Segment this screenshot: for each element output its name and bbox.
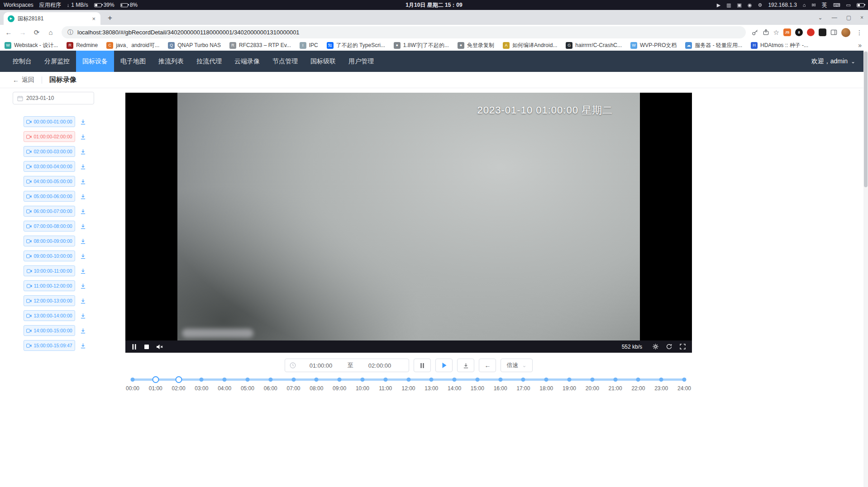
bookmark-item[interactable]: 知 了不起的 TypeScri... <box>327 42 385 49</box>
record-segment-button[interactable]: 10:00:00-11:00:00 <box>24 265 75 276</box>
forward-nav-icon[interactable]: → <box>18 28 28 36</box>
player-refresh-icon[interactable] <box>666 344 672 350</box>
tools-icon[interactable]: ⚙ <box>758 3 763 8</box>
browser-home-icon[interactable]: ⌂ <box>46 28 56 36</box>
timeline-dot[interactable] <box>636 378 640 382</box>
record-segment-button[interactable]: 15:00:00-15:09:47 <box>24 340 75 351</box>
record-icon[interactable]: ◉ <box>748 3 752 8</box>
timeline-dot[interactable] <box>291 378 296 382</box>
record-segment-button[interactable]: 02:00:00-03:00:00 <box>24 146 75 157</box>
password-key-icon[interactable] <box>752 29 758 36</box>
bookmark-item[interactable]: R Redmine <box>67 42 98 49</box>
timeline-dot[interactable] <box>383 378 387 382</box>
nav-tab[interactable]: 用户管理 <box>342 51 380 72</box>
download-icon[interactable] <box>80 343 86 349</box>
bookmarks-overflow-icon[interactable]: » <box>856 42 863 49</box>
nav-tab[interactable]: 国标级联 <box>304 51 342 72</box>
extension-icon[interactable]: JS <box>783 28 791 36</box>
nav-tab[interactable]: 节点管理 <box>266 51 304 72</box>
browser-tab[interactable]: ▶ 国标28181 × <box>4 12 100 25</box>
applications-button[interactable]: 应用程序 <box>39 1 61 9</box>
window-maximize-button[interactable]: ▢ <box>846 14 851 21</box>
bookmark-item[interactable]: W Webstack - 设计... <box>5 42 58 49</box>
seek-back-button[interactable]: ← <box>479 359 496 372</box>
timeline-dot[interactable] <box>659 378 663 382</box>
download-icon[interactable] <box>80 298 86 304</box>
video-player[interactable]: 2023-01-10 01:00:00 星期二 552 kb/s <box>125 93 692 353</box>
time-range-input[interactable]: 01:00:00 至 02:00:00 <box>285 359 409 372</box>
nav-tab[interactable]: 国标设备 <box>76 51 114 72</box>
record-segment-button[interactable]: 00:00:00-01:00:00 <box>24 116 75 127</box>
end-time-value[interactable]: 02:00:00 <box>355 362 404 369</box>
timeline-dot[interactable] <box>315 378 319 382</box>
player-mute-icon[interactable] <box>157 344 163 350</box>
nav-tab[interactable]: 分屏监控 <box>38 51 76 72</box>
url-text[interactable]: localhost:38080/#/gbRecordDetail/3402000… <box>77 29 300 36</box>
timeline-dot[interactable] <box>360 378 364 382</box>
download-icon[interactable] <box>80 238 86 244</box>
record-segment-button[interactable]: 09:00:00-10:00:00 <box>24 251 75 261</box>
download-icon[interactable] <box>80 149 86 155</box>
record-segment-button[interactable]: 14:00:00-15:00:00 <box>24 325 75 336</box>
window-close-button[interactable]: × <box>860 14 863 21</box>
download-icon[interactable] <box>80 223 86 229</box>
keyboard-icon[interactable]: ⌨ <box>833 3 840 8</box>
bookmark-item[interactable]: G hairrrrr/C-CrashC... <box>566 42 622 49</box>
download-icon[interactable] <box>80 283 86 289</box>
timeline-dot[interactable] <box>131 378 135 382</box>
reload-icon[interactable]: ⟳ <box>32 28 42 37</box>
record-segment-button[interactable]: 11:00:00-12:00:00 <box>24 280 75 291</box>
home-icon[interactable]: ⌂ <box>803 3 806 8</box>
bookmark-item[interactable]: ● 免登录复制 <box>458 42 494 49</box>
download-button[interactable] <box>457 359 474 372</box>
nav-tab[interactable]: 电子地图 <box>114 51 152 72</box>
player-fullscreen-icon[interactable] <box>680 344 686 350</box>
download-icon[interactable] <box>80 194 86 199</box>
download-icon[interactable] <box>80 328 86 334</box>
back-button[interactable]: ← 返回 <box>13 76 34 84</box>
play-button[interactable] <box>435 359 453 372</box>
bookmark-item[interactable]: R RFC2833 – RTP Ev... <box>229 42 291 49</box>
back-nav-icon[interactable]: ← <box>4 28 14 36</box>
clock[interactable]: 1月10日 星期二 15：09 <box>405 1 462 9</box>
bookmark-item[interactable]: W WVP-PRO文档 <box>630 42 677 49</box>
player-stop-icon[interactable] <box>144 345 149 349</box>
player-pause-icon[interactable] <box>132 344 137 350</box>
timeline-dot[interactable] <box>223 378 227 382</box>
share-icon[interactable] <box>763 29 769 36</box>
bookmark-item[interactable]: ☁ 服务器 - 轻量应用... <box>685 42 742 49</box>
start-time-value[interactable]: 01:00:00 <box>296 362 345 369</box>
timeline-dot[interactable] <box>590 378 594 382</box>
timeline-dot[interactable] <box>475 378 479 382</box>
url-bar[interactable]: ⓘ localhost:38080/#/gbRecordDetail/34020… <box>62 26 746 38</box>
pause-button[interactable] <box>414 359 431 372</box>
download-icon[interactable] <box>80 313 86 319</box>
download-icon[interactable] <box>80 268 86 274</box>
timeline-dot[interactable] <box>338 378 342 382</box>
tab-search-chevron-icon[interactable]: ⌄ <box>818 14 823 21</box>
extension-icon[interactable] <box>819 28 826 36</box>
timeline-dot[interactable] <box>406 378 410 382</box>
window-minimize-button[interactable]: — <box>832 14 837 21</box>
nav-tab[interactable]: 推流列表 <box>152 51 190 72</box>
site-info-icon[interactable]: ⓘ <box>67 28 73 37</box>
clipboard-icon[interactable]: ▣ <box>737 3 742 8</box>
nav-tab[interactable]: 云端录像 <box>228 51 266 72</box>
timeline-slider[interactable]: 00:0001:0002:0003:0004:0005:0006:0007:00… <box>133 377 684 397</box>
download-icon[interactable] <box>80 164 86 170</box>
bookmark-item[interactable]: H HDAtmos :: 种子 -... <box>751 42 808 49</box>
extension-icon[interactable]: 8 <box>795 28 803 36</box>
new-tab-button[interactable]: + <box>104 12 116 24</box>
record-segment-button[interactable]: 13:00:00-14:00:00 <box>24 310 75 321</box>
timeline-dot[interactable] <box>498 378 502 382</box>
record-segment-button[interactable]: 05:00:00-06:00:00 <box>24 191 75 202</box>
record-segment-button[interactable]: 06:00:00-07:00:00 <box>24 206 75 217</box>
record-segment-button[interactable]: 07:00:00-08:00:00 <box>24 221 75 232</box>
profile-avatar[interactable] <box>841 28 850 37</box>
speed-select[interactable]: 倍速 ⌄ <box>501 359 532 372</box>
timeline-handle[interactable] <box>152 376 159 383</box>
chat-icon[interactable]: ✉ <box>811 3 816 8</box>
bookmark-item[interactable]: A 如何编译Android... <box>503 42 557 49</box>
record-segment-button[interactable]: 03:00:00-04:00:00 <box>24 161 75 172</box>
record-segment-button[interactable]: 08:00:00-09:00:00 <box>24 236 75 246</box>
